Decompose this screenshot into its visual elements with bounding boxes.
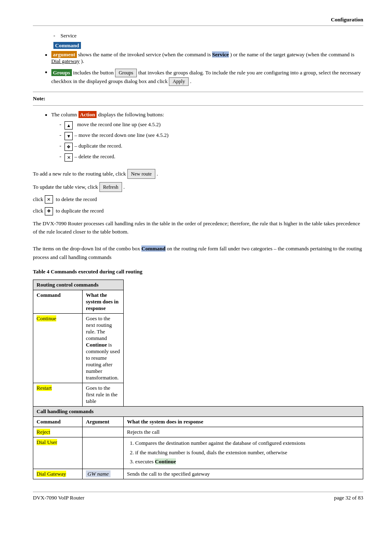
argument-content: argument shows the name of the invoked s… bbox=[51, 51, 363, 65]
groups-desc-1: includes the button bbox=[73, 69, 115, 76]
continue-resp-1: Goes to the next routing rule. The comma… bbox=[86, 315, 112, 341]
new-route-after: . bbox=[157, 171, 158, 177]
combo-para-1: The items on the drop-down list of the c… bbox=[33, 245, 140, 252]
service-ref: Service bbox=[212, 51, 228, 58]
dial-user-row: Dial User Compares the destination numbe… bbox=[33, 437, 363, 469]
command-tag: Command bbox=[53, 42, 81, 49]
duplicate-desc: – duplicate the record. bbox=[74, 143, 122, 149]
delete-icon-inline: ✕ bbox=[45, 195, 53, 204]
click-dup-para: click ❖ to duplicate the record bbox=[33, 207, 363, 215]
dial-user-cmd: Dial User bbox=[33, 437, 83, 469]
reject-highlight: Reject bbox=[37, 429, 50, 435]
move-down-item: - ▼ – move the record down one line (see… bbox=[60, 132, 168, 140]
dash-dup: - bbox=[60, 143, 61, 149]
page: Configuration - Service Command ■ argume… bbox=[0, 0, 392, 518]
col-response-routing: What the system does in response bbox=[83, 290, 124, 314]
dial-user-step1: Compares the destination number against … bbox=[135, 439, 360, 447]
refresh-before: To update the table view, click bbox=[33, 184, 98, 190]
action-tag: Action bbox=[78, 111, 97, 118]
bullet-groups: ■ bbox=[45, 70, 47, 74]
gw-name-tag: GW name bbox=[86, 470, 111, 477]
footer-left: DVX-7090 VoIP Router bbox=[33, 495, 84, 501]
dial-gateway-cmd: Dial Gateway bbox=[33, 469, 83, 479]
note-label: Note: bbox=[33, 95, 45, 102]
delete-icon: ✕ bbox=[65, 153, 73, 162]
commands-table: Routing control commands Command What th… bbox=[33, 280, 363, 479]
page-header: Configuration bbox=[33, 16, 363, 26]
restart-row: Restart Goes to the first rule in the ta… bbox=[33, 383, 363, 407]
continue-bold: Continue bbox=[86, 342, 107, 348]
the-column-text: The column bbox=[51, 111, 78, 118]
click-del-after: to delete the record bbox=[56, 196, 97, 202]
argument-section: ■ argument shows the name of the invoked… bbox=[45, 51, 363, 86]
click-delete-para: click ✕ to delete the record bbox=[33, 195, 363, 204]
move-up-icon: ▲ bbox=[65, 121, 73, 130]
duplicate-item: - ❖ – duplicate the record. bbox=[60, 143, 168, 151]
service-text: Service bbox=[60, 32, 76, 39]
dash-up: - bbox=[60, 121, 61, 128]
groups-item: ■ Groups includes the button Groups that… bbox=[45, 69, 363, 86]
continue-highlight: Continue bbox=[37, 315, 56, 321]
dash-del: - bbox=[60, 153, 61, 160]
refresh-button[interactable]: Refresh bbox=[99, 182, 122, 192]
col-argument-call: Argument bbox=[83, 417, 124, 427]
command-tag-line: Command bbox=[53, 42, 363, 49]
content-area: - Service Command ■ argument shows the n… bbox=[33, 32, 363, 479]
delete-item: - ✕ – delete the record. bbox=[60, 153, 168, 162]
argument-desc-2: ) or the name of the target gateway (whe… bbox=[230, 51, 355, 58]
service-line: - Service bbox=[53, 32, 363, 39]
restart-highlight: Restart bbox=[37, 385, 52, 391]
new-route-button[interactable]: New route bbox=[127, 169, 155, 179]
table-title: Table 4 Commands executed during call ro… bbox=[33, 268, 363, 276]
combo-para: The items on the drop-down list of the c… bbox=[33, 245, 363, 262]
dash-service: - bbox=[53, 32, 55, 39]
page-footer: DVX-7090 VoIP Router page 32 of 83 bbox=[33, 492, 363, 501]
click-del-before: click bbox=[33, 196, 45, 202]
continue-row: Continue Goes to the next routing rule. … bbox=[33, 314, 363, 383]
dial-user-argument bbox=[83, 437, 124, 469]
bullet-action: ■ bbox=[45, 113, 47, 117]
groups-tag: Groups bbox=[51, 69, 72, 76]
dial-user-step3: executes Continue bbox=[135, 458, 360, 466]
duplicate-icon: ❖ bbox=[65, 143, 73, 151]
groups-button[interactable]: Groups bbox=[115, 69, 137, 77]
dial-user-response: Compares the destination number against … bbox=[124, 437, 363, 469]
routing-header-cell: Routing control commands bbox=[33, 280, 124, 290]
col-response-call: What the system does in response bbox=[124, 417, 363, 427]
new-route-before: To add a new rule to the routing table, … bbox=[33, 171, 126, 177]
dial-gateway-argument: GW name bbox=[83, 469, 124, 479]
groups-content: Groups includes the button Groups that i… bbox=[51, 69, 363, 86]
col-command-call: Command bbox=[33, 417, 83, 427]
call-col-header-row: Command Argument What the system does in… bbox=[33, 417, 363, 427]
dvx-para: The DVX-7090 Router processes call handl… bbox=[33, 220, 363, 237]
action-sub-items: - ▲ move the record one line up (see 4.5… bbox=[51, 121, 168, 162]
dial-gateway-ref: Dial gateway bbox=[51, 58, 80, 64]
call-header-row: Call handling commands bbox=[33, 407, 363, 417]
note-box: Note: bbox=[33, 92, 363, 106]
dash-down: - bbox=[60, 132, 61, 139]
dup-icon-inline: ❖ bbox=[45, 207, 53, 215]
action-section: ■ The column Action displays the followi… bbox=[45, 111, 363, 164]
apply-button[interactable]: Apply bbox=[169, 77, 189, 86]
restart-cmd: Restart bbox=[33, 383, 83, 407]
reject-response: Rejects the call bbox=[124, 427, 363, 437]
reject-row: Reject Rejects the call bbox=[33, 427, 363, 437]
reject-argument bbox=[83, 427, 124, 437]
argument-desc-3: ). bbox=[81, 58, 84, 64]
reject-cmd: Reject bbox=[33, 427, 83, 437]
apply-end: . bbox=[190, 78, 191, 84]
refresh-para: To update the table view, click Refresh … bbox=[33, 182, 363, 192]
continue-cmd: Continue bbox=[33, 314, 83, 383]
argument-tag: argument bbox=[51, 51, 77, 58]
action-content: The column Action displays the following… bbox=[51, 111, 168, 164]
click-dup-after: to duplicate the record bbox=[56, 208, 104, 214]
dial-user-step2: if the matching number is found, dials t… bbox=[135, 449, 360, 457]
col-command-routing: Command bbox=[33, 290, 83, 314]
command-inline-tag: Command bbox=[141, 245, 166, 252]
dial-gw-highlight: Dial Gateway bbox=[37, 471, 66, 477]
dial-gateway-row: Dial Gateway GW name Sends the call to t… bbox=[33, 469, 363, 479]
continue-response: Goes to the next routing rule. The comma… bbox=[83, 314, 124, 383]
call-header-cell: Call handling commands bbox=[33, 407, 363, 417]
action-item: ■ The column Action displays the followi… bbox=[45, 111, 363, 164]
routing-header-row: Routing control commands bbox=[33, 280, 363, 290]
